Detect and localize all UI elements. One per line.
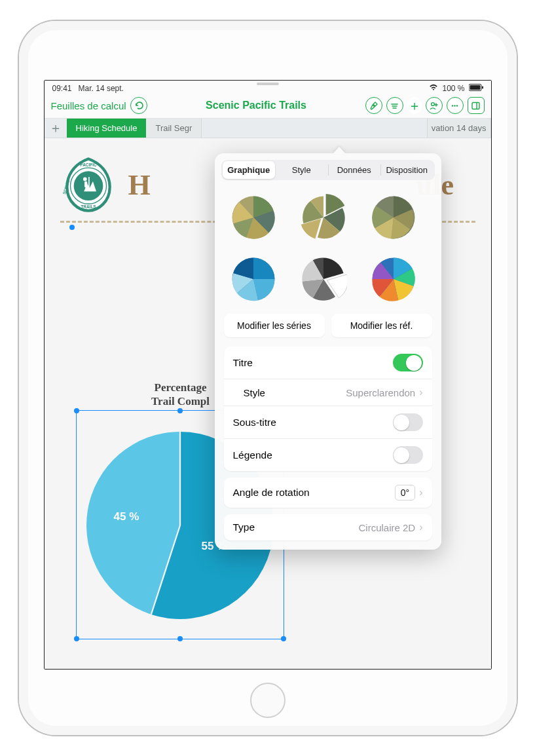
row-rotation[interactable]: Angle de rotation 0°› bbox=[224, 478, 432, 508]
svg-text:TRAILS: TRAILS bbox=[81, 204, 96, 209]
seg-style[interactable]: Style bbox=[275, 161, 328, 179]
resize-handle-se[interactable] bbox=[281, 636, 286, 641]
edit-refs-button[interactable]: Modifier les réf. bbox=[331, 314, 432, 337]
row-legend: Légende bbox=[224, 439, 432, 471]
chart-style-5[interactable] bbox=[297, 252, 350, 306]
row-type-value: Circulaire 2D bbox=[358, 522, 415, 533]
home-button[interactable] bbox=[250, 683, 286, 718]
slice-b-label: 45 % bbox=[114, 510, 139, 523]
row-title-label: Titre bbox=[233, 357, 253, 369]
insert-icon[interactable]: ＋ bbox=[407, 97, 422, 114]
chevron-right-icon: › bbox=[419, 487, 422, 499]
format-brush-icon[interactable] bbox=[365, 97, 382, 114]
sheet-tabs: ＋ Hiking Schedule Trail Segr vation 14 d… bbox=[45, 119, 491, 138]
add-sheet-button[interactable]: ＋ bbox=[45, 119, 67, 137]
svg-point-3 bbox=[432, 102, 435, 105]
row-legend-label: Légende bbox=[233, 449, 272, 461]
spreadsheet-canvas[interactable]: PACIFIC TRAILS SCENIC H ________________… bbox=[45, 138, 491, 670]
resize-handle-nw[interactable] bbox=[74, 408, 79, 413]
row-style-value: Superclarendon bbox=[346, 387, 415, 398]
svg-rect-7 bbox=[472, 102, 479, 109]
rotation-value[interactable]: 0° bbox=[395, 485, 415, 501]
row-type[interactable]: Type Circulaire 2D› bbox=[224, 514, 432, 540]
resize-handle-s[interactable] bbox=[177, 636, 183, 641]
chevron-right-icon: › bbox=[419, 521, 422, 533]
wifi-icon bbox=[429, 83, 438, 93]
screen: 09:41 Mar. 14 sept. 100 % Feuilles de ca… bbox=[44, 80, 492, 670]
edit-series-button[interactable]: Modifier les séries bbox=[224, 314, 325, 337]
chart-style-2[interactable] bbox=[297, 191, 350, 244]
chart-style-grid bbox=[221, 180, 435, 314]
format-popover: Graphique Style Données Disposition Modi… bbox=[215, 153, 441, 550]
subtitle-toggle[interactable] bbox=[393, 413, 423, 431]
popover-segmented-control[interactable]: Graphique Style Données Disposition bbox=[221, 160, 435, 180]
sheet-tab-overflow[interactable]: vation 14 days bbox=[427, 119, 491, 138]
ipad-frame: 09:41 Mar. 14 sept. 100 % Feuilles de ca… bbox=[19, 21, 517, 735]
multitask-handle[interactable] bbox=[257, 83, 279, 85]
svg-text:PACIFIC: PACIFIC bbox=[80, 162, 97, 167]
battery-text: 100 % bbox=[442, 84, 464, 93]
resize-handle-n[interactable] bbox=[177, 408, 183, 413]
legend-toggle[interactable] bbox=[393, 446, 423, 464]
row-rotation-label: Angle de rotation bbox=[233, 487, 310, 499]
row-style-label: Style bbox=[244, 387, 265, 398]
svg-point-4 bbox=[452, 105, 453, 106]
title-toggle[interactable] bbox=[393, 354, 423, 371]
svg-rect-2 bbox=[482, 86, 483, 88]
svg-point-10 bbox=[83, 178, 87, 181]
chart-style-3[interactable] bbox=[367, 191, 420, 244]
sidebar-icon[interactable] bbox=[468, 97, 485, 114]
row-subtitle-label: Sous-titre bbox=[233, 417, 276, 428]
svg-rect-1 bbox=[470, 85, 480, 90]
row-type-label: Type bbox=[233, 521, 255, 533]
chevron-right-icon: › bbox=[419, 387, 422, 398]
battery-icon bbox=[469, 84, 483, 93]
seg-layout[interactable]: Disposition bbox=[380, 161, 434, 179]
app-toolbar: Feuilles de calcul Scenic Pacific Trails… bbox=[45, 94, 491, 119]
svg-point-5 bbox=[454, 105, 455, 106]
popover-button-row: Modifier les séries Modifier les réf. bbox=[224, 314, 432, 337]
resize-handle-sw[interactable] bbox=[74, 636, 79, 641]
back-button[interactable]: Feuilles de calcul bbox=[51, 100, 126, 111]
svg-point-6 bbox=[456, 105, 458, 106]
status-date: Mar. 14 sept. bbox=[79, 84, 124, 93]
settings-list-3: Type Circulaire 2D› bbox=[224, 514, 432, 540]
row-title: Titre bbox=[224, 347, 432, 379]
sheet-tab-active[interactable]: Hiking Schedule bbox=[67, 119, 147, 138]
status-left: 09:41 Mar. 14 sept. bbox=[52, 84, 124, 93]
status-right: 100 % bbox=[429, 83, 483, 93]
chart-style-1[interactable] bbox=[227, 191, 280, 244]
svg-rect-11 bbox=[84, 181, 86, 187]
undo-icon[interactable] bbox=[130, 97, 147, 114]
filter-icon[interactable] bbox=[386, 97, 403, 114]
brand-logo: PACIFIC TRAILS SCENIC bbox=[60, 157, 117, 213]
row-subtitle: Sous-titre bbox=[224, 406, 432, 439]
title-selection-handle[interactable] bbox=[69, 225, 75, 230]
settings-list-1: Titre Style Superclarendon› Sous-titre L… bbox=[224, 347, 432, 471]
settings-list-2: Angle de rotation 0°› bbox=[224, 478, 432, 508]
status-time: 09:41 bbox=[52, 84, 72, 93]
chart-style-4[interactable] bbox=[227, 252, 280, 306]
sheet-tab-next[interactable]: Trail Segr bbox=[146, 119, 202, 138]
row-style[interactable]: Style Superclarendon› bbox=[224, 379, 432, 406]
collab-icon[interactable] bbox=[426, 97, 443, 114]
document-title[interactable]: Scenic Pacific Trails bbox=[151, 100, 361, 111]
seg-graph[interactable]: Graphique bbox=[223, 161, 276, 179]
seg-data[interactable]: Données bbox=[328, 161, 381, 179]
chart-style-6[interactable] bbox=[367, 252, 420, 306]
more-icon[interactable] bbox=[447, 97, 464, 114]
